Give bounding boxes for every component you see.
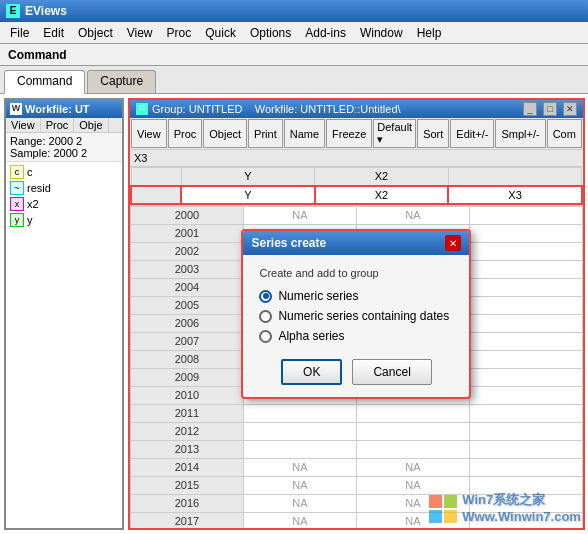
menu-bar: File Edit Object View Proc Quick Options… xyxy=(0,22,588,44)
radio-dates-label: Numeric series containing dates xyxy=(278,309,449,323)
wf-btn-obje[interactable]: Obje xyxy=(74,118,108,132)
workfile-title: W Workfile: UT xyxy=(6,100,122,118)
workfile-icon: W xyxy=(10,103,22,115)
title-bar: E EViews xyxy=(0,0,588,22)
menu-addins[interactable]: Add-ins xyxy=(299,24,352,42)
radio-numeric[interactable]: Numeric series xyxy=(259,289,453,303)
cancel-button[interactable]: Cancel xyxy=(352,359,431,385)
command-label: Command xyxy=(8,48,67,62)
resid-icon: ~ xyxy=(10,181,24,195)
radio-alpha-label: Alpha series xyxy=(278,329,344,343)
y-icon: y xyxy=(10,213,24,227)
x2-icon: x xyxy=(10,197,24,211)
dialog-title-bar: Series create ✕ xyxy=(243,231,469,255)
workfile-toolbar: View Proc Obje xyxy=(6,118,122,133)
c-icon: c xyxy=(10,165,24,179)
dialog-subtitle: Create and add to group xyxy=(259,267,453,279)
wf-item-resid[interactable]: ~ resid xyxy=(8,180,120,196)
dialog-overlay: Series create ✕ Create and add to group … xyxy=(130,100,583,528)
radio-group: Numeric series Numeric series containing… xyxy=(259,289,453,343)
tab-capture[interactable]: Capture xyxy=(87,70,156,93)
workfile-range: Range: 2000 2 Sample: 2000 2 xyxy=(6,133,122,162)
radio-numeric-dates[interactable]: Numeric series containing dates xyxy=(259,309,453,323)
radio-alpha[interactable]: Alpha series xyxy=(259,329,453,343)
tab-command[interactable]: Command xyxy=(4,70,85,94)
menu-edit[interactable]: Edit xyxy=(37,24,70,42)
app-title: EViews xyxy=(25,4,67,18)
radio-dates-input[interactable] xyxy=(259,310,272,323)
radio-numeric-label: Numeric series xyxy=(278,289,358,303)
menu-help[interactable]: Help xyxy=(411,24,448,42)
series-create-dialog: Series create ✕ Create and add to group … xyxy=(241,229,471,399)
workfile-items: c c ~ resid x x2 y y xyxy=(6,162,122,528)
menu-view[interactable]: View xyxy=(121,24,159,42)
tab-bar: Command Capture xyxy=(0,66,588,94)
dialog-body: Create and add to group Numeric series N… xyxy=(243,255,469,397)
wf-btn-proc[interactable]: Proc xyxy=(41,118,75,132)
app-icon: E xyxy=(6,4,20,18)
dialog-buttons: OK Cancel xyxy=(259,359,453,385)
menu-window[interactable]: Window xyxy=(354,24,409,42)
dialog-close-button[interactable]: ✕ xyxy=(445,235,461,251)
menu-object[interactable]: Object xyxy=(72,24,119,42)
radio-alpha-input[interactable] xyxy=(259,330,272,343)
menu-file[interactable]: File xyxy=(4,24,35,42)
wf-item-y[interactable]: y y xyxy=(8,212,120,228)
wf-btn-view[interactable]: View xyxy=(6,118,41,132)
menu-options[interactable]: Options xyxy=(244,24,297,42)
group-panel: G Group: UNTITLED Workfile: UNTITLED::Un… xyxy=(128,98,585,530)
menu-proc[interactable]: Proc xyxy=(161,24,198,42)
dialog-title: Series create xyxy=(251,236,326,250)
radio-numeric-input[interactable] xyxy=(259,290,272,303)
wf-item-c[interactable]: c c xyxy=(8,164,120,180)
workfile-title-text: Workfile: UT xyxy=(25,103,90,115)
wf-item-x2[interactable]: x x2 xyxy=(8,196,120,212)
ok-button[interactable]: OK xyxy=(281,359,342,385)
menu-quick[interactable]: Quick xyxy=(199,24,242,42)
radio-dot xyxy=(263,293,269,299)
main-content: W Workfile: UT View Proc Obje Range: 200… xyxy=(0,94,588,534)
command-bar: Command xyxy=(0,44,588,66)
workfile-panel: W Workfile: UT View Proc Obje Range: 200… xyxy=(4,98,124,530)
